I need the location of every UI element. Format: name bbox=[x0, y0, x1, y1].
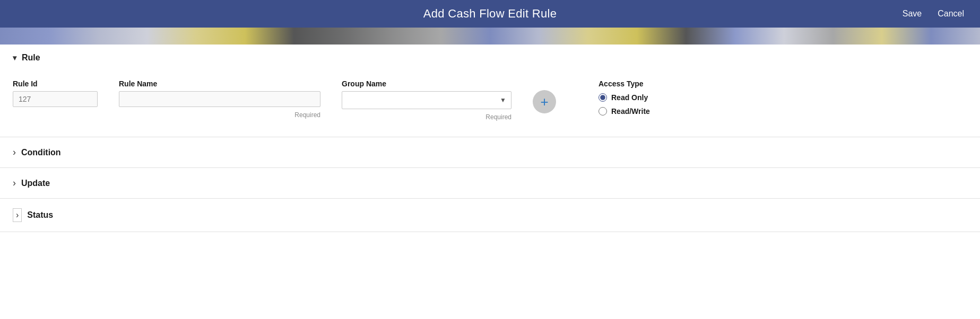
main-content: ▾ Rule Rule Id Rule Name Required Group bbox=[0, 45, 980, 319]
rule-id-input[interactable] bbox=[13, 91, 98, 107]
rule-form-row: Rule Id Rule Name Required Group Name bbox=[13, 79, 967, 121]
access-type-options: Read Only Read/Write bbox=[599, 93, 650, 116]
update-section: › Update bbox=[0, 168, 980, 199]
access-type-read-write-option[interactable]: Read/Write bbox=[599, 107, 650, 116]
cancel-button[interactable]: Cancel bbox=[938, 9, 964, 19]
header-actions: Save Cancel bbox=[903, 9, 964, 19]
page-header: Add Cash Flow Edit Rule Save Cancel bbox=[0, 0, 980, 28]
access-type-read-only-label: Read Only bbox=[611, 93, 648, 102]
group-name-wrapper: ▼ bbox=[342, 91, 511, 109]
update-chevron-icon: › bbox=[13, 178, 16, 189]
access-type-read-write-label: Read/Write bbox=[611, 107, 650, 116]
decorative-banner bbox=[0, 28, 980, 45]
group-name-required: Required bbox=[342, 113, 511, 121]
condition-chevron-icon: › bbox=[13, 147, 16, 158]
rule-id-group: Rule Id bbox=[13, 79, 98, 107]
status-chevron-box: › bbox=[13, 208, 22, 222]
status-section-title: Status bbox=[27, 210, 53, 220]
rule-name-required: Required bbox=[119, 111, 320, 119]
save-button[interactable]: Save bbox=[903, 9, 922, 19]
plus-icon: + bbox=[540, 95, 548, 109]
rule-name-input[interactable] bbox=[119, 91, 320, 107]
access-type-label: Access Type bbox=[599, 79, 650, 88]
access-type-group: Access Type Read Only Read/Write bbox=[599, 79, 650, 116]
update-section-title: Update bbox=[21, 179, 50, 188]
rule-name-label: Rule Name bbox=[119, 79, 320, 88]
page-title: Add Cash Flow Edit Rule bbox=[423, 7, 557, 21]
update-section-header[interactable]: › Update bbox=[0, 168, 980, 198]
status-section-header[interactable]: › Status bbox=[0, 199, 980, 232]
access-type-read-only-option[interactable]: Read Only bbox=[599, 93, 650, 102]
rule-chevron-icon: ▾ bbox=[13, 54, 16, 62]
rule-id-label: Rule Id bbox=[13, 79, 98, 88]
rule-name-group: Rule Name Required bbox=[119, 79, 320, 119]
rule-section: ▾ Rule Rule Id Rule Name Required Group bbox=[0, 45, 980, 137]
status-section: › Status bbox=[0, 199, 980, 232]
rule-section-content: Rule Id Rule Name Required Group Name bbox=[0, 71, 980, 137]
group-name-label: Group Name bbox=[342, 79, 511, 88]
condition-section-header[interactable]: › Condition bbox=[0, 137, 980, 167]
access-type-read-write-radio[interactable] bbox=[599, 107, 607, 116]
group-name-group: Group Name ▼ Required bbox=[342, 79, 511, 121]
access-type-read-only-radio[interactable] bbox=[599, 93, 607, 102]
add-group-button[interactable]: + bbox=[533, 90, 556, 113]
rule-section-title: Rule bbox=[22, 53, 40, 63]
status-chevron-icon: › bbox=[16, 210, 19, 220]
group-name-select[interactable] bbox=[342, 91, 511, 109]
rule-section-header[interactable]: ▾ Rule bbox=[0, 45, 980, 71]
condition-section: › Condition bbox=[0, 137, 980, 168]
condition-section-title: Condition bbox=[21, 148, 61, 157]
